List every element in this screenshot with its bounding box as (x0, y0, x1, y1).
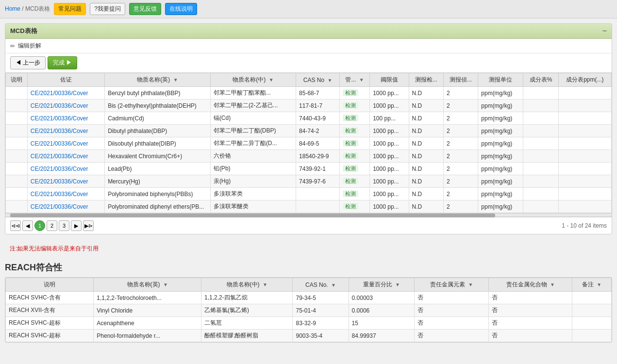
page-prev-button[interactable]: ◀ (22, 220, 33, 231)
reach-cell-remark (572, 304, 612, 317)
cell-unit: ppm(mg/kg) (478, 188, 523, 200)
cell-detect1: N.D (409, 125, 443, 137)
reach-filter-cas[interactable]: ▼ (331, 282, 336, 287)
reach-col-note: 说明 (6, 278, 94, 292)
cell-evidence[interactable]: CE/2021/00336/Cover (27, 99, 104, 112)
reach-cell-weight: 0.00003 (349, 292, 414, 304)
cell-manage: 检测 (340, 137, 370, 150)
cell-name-cn: 多溴联苯醚类 (210, 200, 296, 213)
page-first-button[interactable]: ⊲⊲ (10, 220, 21, 231)
top-nav: Home / MCD表格 常见问题 ?我要提问 意见反馈 在线说明 (0, 0, 617, 18)
cell-manage: 检测 (340, 112, 370, 125)
cell-threshold: 1000 pp... (370, 175, 409, 188)
faq-button[interactable]: 常见问题 (54, 3, 86, 15)
cell-note (6, 175, 28, 188)
cell-unit: ppm(mg/kg) (478, 200, 523, 213)
cell-name-en: Mercury(Hg) (105, 175, 211, 188)
reach-cell-name-cn: 酚醛模塑膠;酚醛树脂 (201, 330, 293, 342)
cell-evidence[interactable]: CE/2021/00336/Cover (27, 125, 104, 137)
cell-evidence[interactable]: CE/2021/00336/Cover (27, 150, 104, 163)
cell-cas: 84-74-2 (296, 125, 340, 137)
reach-filter-metal-elem[interactable]: ▼ (468, 282, 473, 287)
reach-table-container: 说明 物质名称(英) ▼ 物质名称(中) ▼ CAS No. ▼ 重量百分比 ▼… (5, 278, 612, 342)
reach-filter-metal-comp[interactable]: ▼ (550, 282, 555, 287)
cell-evidence[interactable]: CE/2021/00336/Cover (27, 200, 104, 213)
col-detect2: 测报侦... (443, 73, 478, 87)
filter-name-en[interactable]: ▼ (173, 77, 178, 82)
cell-pct (523, 200, 558, 213)
panel-title: MCD表格 (10, 27, 37, 35)
reach-cell-name-en: Phenol-formaldehyde r... (94, 330, 201, 342)
filter-cas[interactable]: ▼ (327, 78, 332, 83)
cell-unit: ppm(mg/kg) (478, 99, 523, 112)
mcd-table: 说明 佐证 物质名称(英) ▼ 物质名称(中) ▼ CAS No ▼ 管... … (5, 73, 612, 213)
reach-cell-remark (572, 330, 612, 342)
page-1-button[interactable]: 1 (34, 220, 45, 231)
cell-note (6, 125, 28, 137)
cell-evidence[interactable]: CE/2021/00336/Cover (27, 87, 104, 99)
reach-filter-name-cn[interactable]: ▼ (263, 282, 267, 287)
page-next-button[interactable]: ▶ (71, 220, 82, 231)
cell-unit: ppm(mg/kg) (478, 125, 523, 137)
panel-minimize-button[interactable]: − (602, 27, 607, 35)
cell-note (6, 188, 28, 200)
mcd-table-row: CE/2021/00336/Cover Polybrominated biphe… (6, 188, 612, 200)
reach-table: 说明 物质名称(英) ▼ 物质名称(中) ▼ CAS No. ▼ 重量百分比 ▼… (5, 278, 612, 342)
reach-cell-note: REACH SVHC-超标 (6, 330, 94, 342)
page-last-button[interactable]: ▶⊳ (83, 220, 94, 231)
reach-col-name-en: 物质名称(英) ▼ (94, 278, 201, 292)
filter-manage[interactable]: ▼ (359, 77, 364, 82)
cell-name-cn: 汞(Hg) (210, 175, 296, 188)
back-button[interactable]: ◀ 上一步 (10, 56, 46, 69)
reach-cell-remark (572, 317, 612, 330)
col-unit: 测报单位 (478, 73, 523, 87)
complete-button[interactable]: 完成 ▶ (48, 56, 77, 69)
ask-button[interactable]: ?我要提问 (90, 3, 125, 15)
edit-label: 编辑折解 (18, 42, 41, 50)
page-3-button[interactable]: 3 (59, 220, 69, 231)
reach-table-row: REACH XVII-含有 Vinyl Chloride 乙烯基氯(氯乙烯) 7… (6, 304, 612, 317)
cell-evidence[interactable]: CE/2021/00336/Cover (27, 137, 104, 150)
online-help-button[interactable]: 在线说明 (165, 3, 197, 15)
reach-cell-weight: 84.99937 (349, 330, 414, 342)
cell-ppm (558, 99, 611, 112)
filter-name-cn[interactable]: ▼ (269, 77, 274, 82)
cell-cas: 117-81-7 (296, 99, 340, 112)
col-ppm: 成分表ppm(...) (558, 73, 611, 87)
cell-pct (523, 125, 558, 137)
reach-col-cas: CAS No. ▼ (293, 278, 349, 292)
cell-evidence[interactable]: CE/2021/00336/Cover (27, 163, 104, 175)
cell-evidence[interactable]: CE/2021/00336/Cover (27, 112, 104, 125)
reach-filter-weight[interactable]: ▼ (395, 282, 400, 287)
page-2-button[interactable]: 2 (47, 220, 57, 231)
cell-pct (523, 137, 558, 150)
reach-cell-metal-elem: 否 (414, 317, 489, 330)
cell-detect2: 2 (443, 87, 478, 99)
reach-cell-weight: 15 (349, 317, 414, 330)
cell-threshold: 100 pp... (370, 112, 409, 125)
reach-table-row: REACH SVHC-超标 Phenol-formaldehyde r... 酚… (6, 330, 612, 342)
reach-table-row: REACH SVHC-超标 Acenaphthene 二氢苊 83-32-9 1… (6, 317, 612, 330)
cell-manage: 检测 (340, 99, 370, 112)
cell-pct (523, 112, 558, 125)
cell-evidence[interactable]: CE/2021/00336/Cover (27, 175, 104, 188)
cell-threshold: 1000 pp... (370, 200, 409, 213)
cell-threshold: 1000 pp... (370, 99, 409, 112)
horizontal-scrollbar[interactable] (5, 213, 612, 217)
reach-cell-metal-elem: 否 (414, 304, 489, 317)
cell-detect1: N.D (409, 87, 443, 99)
cell-pct (523, 163, 558, 175)
reach-cell-name-cn: 二氢苊 (201, 317, 293, 330)
feedback-button[interactable]: 意见反馈 (129, 3, 161, 15)
reach-filter-name-en[interactable]: ▼ (163, 282, 168, 287)
cell-note (6, 150, 28, 163)
cell-name-en: Diisobutyl phthalate(DIBP) (105, 137, 211, 150)
reach-cell-cas: 79-34-5 (293, 292, 349, 304)
reach-filter-remark[interactable]: ▼ (597, 282, 601, 287)
col-pct: 成分表% (523, 73, 558, 87)
cell-detect1: N.D (409, 188, 443, 200)
breadcrumb-home[interactable]: Home (5, 5, 20, 12)
cell-cas: 84-69-5 (296, 137, 340, 150)
cell-pct (523, 99, 558, 112)
cell-evidence[interactable]: CE/2021/00336/Cover (27, 188, 104, 200)
